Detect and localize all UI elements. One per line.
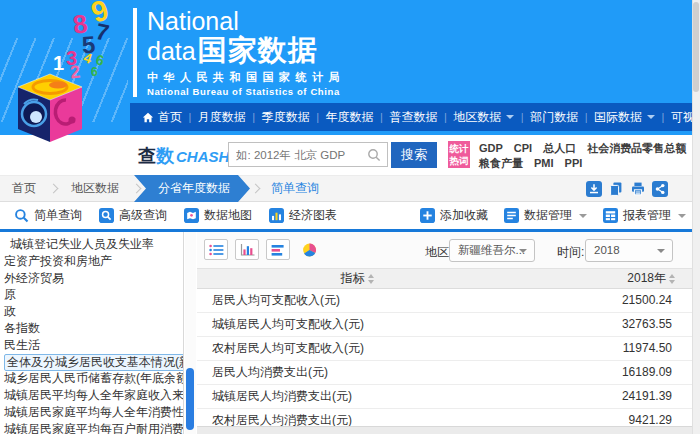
- hot-word[interactable]: PMI: [534, 156, 554, 171]
- nav-item-5[interactable]: 地区数据: [453, 109, 514, 126]
- nav-item-3[interactable]: 年度数据: [326, 109, 374, 126]
- toolbar-item-toolbar-left-1[interactable]: 高级查询: [99, 207, 167, 224]
- region-select-value: 新疆维吾尔...: [458, 244, 525, 256]
- toolbar-right-group: 添加收藏数据管理报表管理: [420, 207, 686, 224]
- toolbar-item-toolbar-left-2[interactable]: 数据地图: [184, 207, 252, 224]
- sidebar-item-4[interactable]: 政: [0, 303, 183, 320]
- row-value: 21500.24: [622, 289, 672, 312]
- query-toolbar: 简单查询高级查询数据地图经济图表 添加收藏数据管理报表管理: [0, 202, 700, 229]
- nav-item-label: 季度数据: [262, 109, 310, 126]
- toolbar-item-toolbar-right-0[interactable]: 添加收藏: [420, 207, 488, 224]
- copy-button[interactable]: [608, 181, 624, 197]
- chevron-down-icon: [506, 115, 514, 119]
- data-manage-icon: [504, 208, 519, 223]
- time-select[interactable]: 2018: [585, 239, 673, 262]
- nav-item-2[interactable]: 季度数据: [262, 109, 310, 126]
- year-column-header[interactable]: 2018年: [627, 269, 675, 288]
- toolbar-item-label: 简单查询: [34, 207, 82, 224]
- data-panel: 地区: 新疆维吾尔... 时间: 2018 指标 2018年 居民人均可支配收入…: [197, 232, 692, 434]
- sidebar-item-5[interactable]: 各指数: [0, 320, 183, 337]
- download-button[interactable]: [586, 181, 602, 197]
- share-button[interactable]: [652, 181, 668, 197]
- breadcrumb: 首页地区数据分省年度数据简单查询: [0, 175, 700, 202]
- table-row[interactable]: 城镇居民人均可支配收入(元)32763.55: [197, 313, 692, 337]
- sidebar-item-11[interactable]: 城镇居民家庭平均每百户耐用消费品拥有量: [0, 421, 183, 434]
- hot-word[interactable]: 总人口: [543, 141, 576, 156]
- chashu-cjk-1: 查: [138, 146, 156, 166]
- print-button[interactable]: [630, 181, 646, 197]
- toolbar-item-toolbar-left-0[interactable]: 简单查询: [14, 207, 82, 224]
- toolbar-item-toolbar-right-1[interactable]: 数据管理: [504, 207, 587, 224]
- home-icon: [142, 112, 154, 123]
- sidebar-item-6[interactable]: 民生活: [0, 337, 183, 354]
- sidebar-item-3[interactable]: 原: [0, 286, 183, 303]
- row-indicator: 城镇居民人均可支配收入(元): [212, 313, 364, 336]
- indicator-list: 城镇登记失业人员及失业率定资产投资和房地产外经济贸易原政各指数民生活全体及分城乡…: [0, 236, 183, 434]
- sidebar-item-7[interactable]: 全体及分城乡居民收支基本情况(新口径): [0, 354, 183, 371]
- sidebar-item-1[interactable]: 定资产投资和房地产: [0, 253, 183, 270]
- time-filter-label: 时间:: [557, 244, 584, 261]
- row-indicator: 居民人均消费支出(元): [212, 361, 328, 384]
- nav-item-label: 部门数据: [530, 109, 578, 126]
- sort-icon[interactable]: [669, 274, 675, 284]
- national-data-page: National data 国家数据 中华人民共和国国家统计局 National…: [0, 0, 700, 434]
- nav-item-4[interactable]: 普查数据: [389, 109, 437, 126]
- economy-chart-icon: [269, 208, 284, 223]
- data-table: 指标 2018年 居民人均可支配收入(元)21500.24城镇居民人均可支配收入…: [197, 268, 692, 433]
- sidebar-item-10[interactable]: 城镇居民家庭平均每人全年消费性支出: [0, 404, 183, 421]
- logo-line2-latin: data: [147, 36, 196, 66]
- breadcrumb-tab-active[interactable]: 分省年度数据: [134, 175, 250, 202]
- sidebar-item-9[interactable]: 城镇居民平均每人全年家庭收入来源: [0, 387, 183, 404]
- breadcrumb-item[interactable]: 首页: [0, 180, 48, 197]
- toolbar-item-toolbar-right-2[interactable]: 报表管理: [603, 207, 686, 224]
- sidebar-item-8[interactable]: 城乡居民人民币储蓄存款(年底余额): [0, 370, 183, 387]
- hot-word[interactable]: GDP: [479, 141, 503, 156]
- nav-separator: |: [585, 111, 588, 123]
- logo-sub-cjk: 中华人民共和国国家统计局: [147, 70, 345, 85]
- hot-word[interactable]: 粮食产量: [479, 156, 523, 171]
- search-button[interactable]: 搜索: [391, 142, 437, 168]
- logo-sub-latin: National Bureau of Statistics of China: [147, 86, 345, 97]
- chevron-down-icon: [678, 214, 686, 218]
- hot-word[interactable]: CPI: [514, 141, 532, 156]
- sidebar-item-active-label: 全体及分城乡居民收支基本情况(新口径): [4, 354, 184, 371]
- row-indicator: 城镇居民人均消费支出(元): [212, 385, 352, 408]
- indicator-column-header[interactable]: 指标: [197, 269, 517, 288]
- nav-item-7[interactable]: 国际数据: [594, 109, 655, 126]
- breadcrumb-item[interactable]: 地区数据: [59, 180, 131, 197]
- page-scrollbar[interactable]: [692, 0, 700, 434]
- nav-separator: |: [189, 111, 192, 123]
- nav-item-label: 首页: [158, 109, 182, 126]
- hot-word[interactable]: 社会消费品零售总额: [587, 141, 686, 156]
- nav-item-1[interactable]: 月度数据: [198, 109, 246, 126]
- hot-word[interactable]: PPI: [565, 156, 583, 171]
- sort-icon[interactable]: [368, 274, 374, 284]
- row-value: 16189.09: [622, 361, 672, 384]
- search-icon: [14, 208, 29, 223]
- breadcrumb-link[interactable]: 简单查询: [261, 180, 329, 197]
- hot-badge-line1: 统计: [448, 143, 470, 155]
- table-row[interactable]: 城镇居民人均消费支出(元)24191.39: [197, 385, 692, 409]
- nav-item-0[interactable]: 首页: [142, 109, 182, 126]
- page-scrollbar-thumb[interactable]: [693, 2, 699, 92]
- breadcrumb-tabs: 首页地区数据分省年度数据简单查询: [0, 176, 329, 201]
- row-indicator: 农村居民人均可支配收入(元): [212, 337, 364, 360]
- search-input[interactable]: [229, 143, 366, 166]
- table-row[interactable]: 农村居民人均可支配收入(元)11974.50: [197, 337, 692, 361]
- nav-item-6[interactable]: 部门数据: [530, 109, 578, 126]
- table-row[interactable]: 居民人均可支配收入(元)21500.24: [197, 289, 692, 313]
- logo-line2: data 国家数据: [147, 35, 345, 66]
- panel-toolbar: 地区: 新疆维吾尔... 时间: 2018: [197, 232, 692, 268]
- sidebar-item-2[interactable]: 外经济贸易: [0, 270, 183, 287]
- region-select[interactable]: 新疆维吾尔...: [449, 239, 535, 262]
- nav-separator: |: [380, 111, 383, 123]
- panel-horizontal-scrollbar[interactable]: [197, 426, 700, 434]
- row-value: 32763.55: [622, 313, 672, 336]
- hot-words-row: 粮食产量PMIPPI: [479, 156, 693, 171]
- table-row[interactable]: 居民人均消费支出(元)16189.09: [197, 361, 692, 385]
- hot-badge-line2: 热词: [448, 155, 470, 167]
- sidebar-item-0[interactable]: 城镇登记失业人员及失业率: [0, 236, 183, 253]
- toolbar-item-toolbar-left-3[interactable]: 经济图表: [269, 207, 337, 224]
- sidebar-scrollbar-thumb[interactable]: [186, 368, 194, 430]
- toolbar-item-label: 添加收藏: [440, 207, 488, 224]
